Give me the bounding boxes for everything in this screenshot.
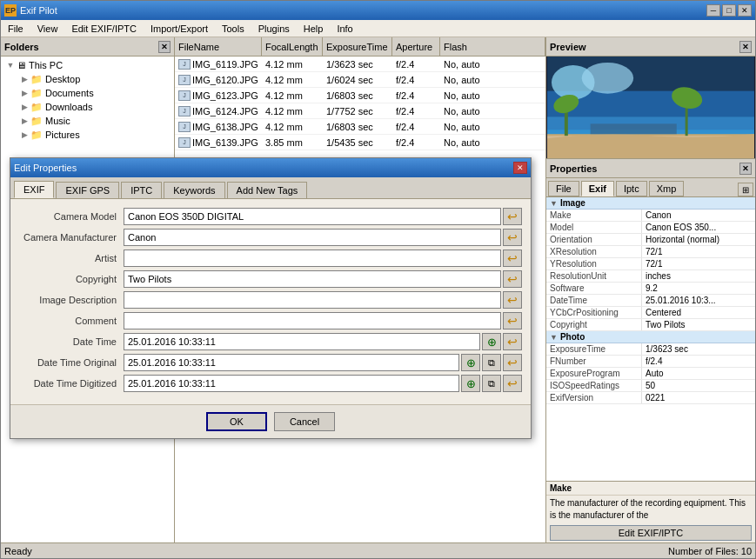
dialog-tabs: EXIF EXIF GPS IPTC Keywords Add New Tags — [10, 177, 531, 199]
field-reset-camera-manufacturer[interactable]: ↩ — [503, 229, 522, 246]
field-input-camera-manufacturer[interactable] — [124, 229, 501, 246]
dialog-tab-exif[interactable]: EXIF — [14, 181, 54, 198]
dialog-footer: OK Cancel — [10, 404, 531, 438]
field-row-comment: Comment ↩ — [19, 312, 522, 329]
dialog-content: Camera Model ↩ Camera Manufacturer ↩ Art… — [10, 199, 531, 404]
field-row-camera-model: Camera Model ↩ — [19, 208, 522, 225]
field-reset-image-description[interactable]: ↩ — [503, 291, 522, 309]
field-reset-date-time-digitized[interactable]: ↩ — [503, 375, 522, 392]
field-row-date-time-digitized: Date Time Digitized ⊕ ⧉ ↩ — [19, 375, 522, 392]
field-input-image-description[interactable] — [124, 291, 501, 309]
field-row-date-time-original: Date Time Original ⊕ ⧉ ↩ — [19, 354, 522, 371]
dialog-title-bar: Edit Properties ✕ — [10, 158, 531, 177]
field-copy-date-time-original[interactable]: ⧉ — [482, 354, 501, 371]
field-calendar-date-time-digitized[interactable]: ⊕ — [461, 375, 480, 392]
dialog-tab-add-new-tags[interactable]: Add New Tags — [227, 182, 308, 198]
dialog-tab-iptc[interactable]: IPTC — [121, 182, 162, 198]
field-label-artist: Artist — [19, 253, 124, 263]
dialog-ok-button[interactable]: OK — [206, 412, 267, 431]
field-row-date-time: Date Time ⊕ ↩ — [19, 333, 522, 350]
field-label-image-description: Image Description — [19, 295, 124, 305]
field-copy-date-time-digitized[interactable]: ⧉ — [482, 375, 501, 392]
field-input-comment[interactable] — [124, 312, 501, 329]
dialog-close-button[interactable]: ✕ — [513, 162, 527, 174]
field-reset-date-time-original[interactable]: ↩ — [503, 354, 522, 371]
field-input-copyright[interactable] — [124, 270, 501, 288]
dialog-overlay: Edit Properties ✕ EXIF EXIF GPS IPTC Key… — [1, 1, 755, 558]
field-input-date-time[interactable] — [124, 333, 480, 350]
field-reset-camera-model[interactable]: ↩ — [503, 208, 522, 225]
field-calendar-date-time[interactable]: ⊕ — [482, 333, 501, 350]
field-reset-copyright[interactable]: ↩ — [503, 270, 522, 288]
field-row-artist: Artist ↩ — [19, 250, 522, 267]
field-label-date-time-digitized: Date Time Digitized — [19, 378, 124, 389]
dialog-cancel-button[interactable]: Cancel — [274, 412, 335, 431]
field-calendar-date-time-original[interactable]: ⊕ — [461, 354, 480, 371]
field-input-camera-model[interactable] — [124, 208, 501, 225]
field-label-copyright: Copyright — [19, 274, 124, 284]
dialog-tab-exif-gps[interactable]: EXIF GPS — [56, 182, 119, 198]
edit-properties-dialog: Edit Properties ✕ EXIF EXIF GPS IPTC Key… — [10, 157, 532, 439]
field-label-comment: Comment — [19, 316, 124, 326]
field-row-image-description: Image Description ↩ — [19, 291, 522, 309]
field-reset-artist[interactable]: ↩ — [503, 250, 522, 267]
field-label-camera-manufacturer: Camera Manufacturer — [19, 232, 124, 243]
field-reset-comment[interactable]: ↩ — [503, 312, 522, 329]
field-input-date-time-original[interactable] — [124, 354, 459, 371]
field-label-date-time: Date Time — [19, 336, 124, 347]
field-label-date-time-original: Date Time Original — [19, 357, 124, 368]
field-label-camera-model: Camera Model — [19, 211, 124, 222]
main-window: EP Exif Pilot ─ □ ✕ File View Edit EXIF/… — [0, 0, 756, 559]
dialog-title: Edit Properties — [14, 163, 77, 173]
field-row-copyright: Copyright ↩ — [19, 270, 522, 288]
field-input-date-time-digitized[interactable] — [124, 375, 459, 392]
dialog-tab-keywords[interactable]: Keywords — [164, 182, 224, 198]
field-reset-date-time[interactable]: ↩ — [503, 333, 522, 350]
field-input-artist[interactable] — [124, 250, 501, 267]
field-row-camera-manufacturer: Camera Manufacturer ↩ — [19, 229, 522, 246]
